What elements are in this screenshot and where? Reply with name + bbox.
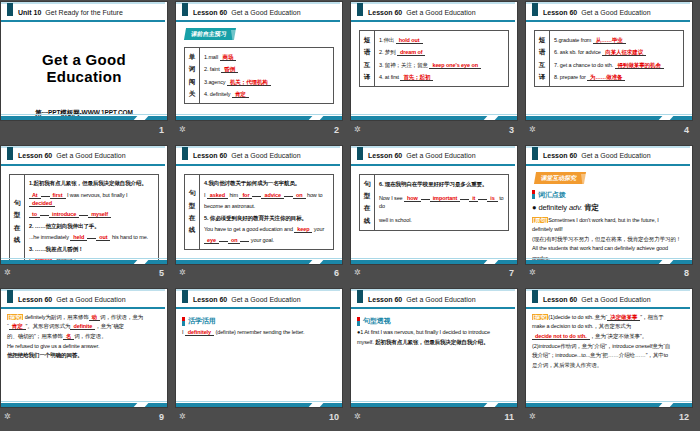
slide-thumbnail[interactable]: Lesson 60 Get a Good Education 课堂互动探究词汇点… [526,146,692,264]
text-segment: ...he immediately [29,234,70,240]
slide-title: Get a Good Education [7,51,161,85]
text-line: [探究](1)decide to do sth. 意为“决定做某事”，相当于 [532,314,686,322]
header-tab-icon [182,3,188,16]
slide-footer: ✲ 12 [526,407,692,425]
slide-thumbnail[interactable]: Lesson 60 Get a Good Education 活学活用I def… [176,289,342,407]
lesson-label: Unit 10 [18,9,41,16]
table-row: You have to get a good education and kee… [204,225,329,233]
slide-footer: ✲ 3 [351,120,517,138]
text-line: I definitely (definite) remember sending… [182,329,336,337]
slide-body: 句 型 在 线4.我向他讨教关于如何成为一名宇航员。I asked him fo… [176,166,342,251]
text-segment: his hand to me. [110,234,148,240]
slide-thumbnail[interactable]: Lesson 60 Get a Good Education 短 语 互 译5.… [526,2,692,120]
lesson-label: Lesson 60 [543,152,577,159]
slide-header: Lesson 60 Get a Good Education [1,146,165,166]
table-row: Now I see howimportantitis to do [379,194,504,211]
text-line: ● definitely adv. 肯定 [532,203,686,214]
fill-in-table: 单 词 闯 关1.mall 商场2. faint 昏倒3.agency 机关；代… [184,47,334,104]
fill-in-answer: out [96,234,110,241]
fill-in-answer: 商场 [220,54,237,61]
slide-cell: Lesson 60 Get a Good Education 句 型 在 线6.… [350,144,525,288]
slide-cell: Lesson 60 Get a Good Education 句型透视●1 At… [350,287,525,431]
text-segment: your [312,226,324,232]
animation-star-icon: ✲ [179,413,186,421]
section-heading-label: 词汇点拨 [538,190,566,200]
text-segment: 肯定 [582,203,599,212]
fill-in-answer: decide not to do sth. [532,333,590,340]
slide-cell: Lesson 60 Get a Good Education 短 语 互 译1.… [350,0,525,144]
slide-bottom-bar [351,260,517,264]
slide-thumbnail[interactable]: Lesson 60 Get a Good Education [探究](1)de… [526,289,692,407]
fill-in-answer: on [293,192,306,199]
text-segment: 起初我有点儿紧张，但最后我决定做自我介绍。 [375,339,488,345]
slide-body: 课前自主预习单 词 闯 关1.mall 商场2. faint 昏倒3.agenc… [176,22,342,104]
slide-header: Lesson 60 Get a Good Education [351,289,515,309]
fill-in-answer: important [430,195,460,202]
table-row: eyeon your goal. [204,236,329,244]
text-segment: 我介绍”；introduce...to...意为“把……介绍给……”，其中to [532,352,668,358]
lesson-label: Lesson 60 [18,296,52,303]
section-heading: 句型透视 [357,316,511,326]
slide-thumbnail[interactable]: Lesson 60 Get a Good Education 句型透视●1 At… [351,289,517,407]
text-segment: [原句] [532,217,548,223]
slide-footer: ✲ 7 [351,264,517,282]
slide-body: [探究](1)decide to do sth. 意为“决定做某事”，相当于ma… [526,309,692,369]
fill-in-answer: 得到做某事的机会 [615,62,664,69]
slide-bottom-bar [176,260,342,264]
slide-header-title: Get a Good Education [581,152,650,159]
pencil-icon [182,317,185,326]
table-rows: 1.起初我有点儿紧张，但最后我决定做自我介绍。Atfirst I was ner… [25,175,158,264]
slide-footer: ✲ 9 [1,407,167,425]
header-tab-icon [7,147,13,160]
slide-header: Lesson 60 Get a Good Education [1,289,165,309]
text-line: [探究] definitely为副词，用来修饰动词，作状语，意为 [7,314,161,322]
slide-header: Lesson 60 Get a Good Education [176,2,340,22]
text-segment: adv. [569,203,582,212]
text-segment: 1.mall [204,54,220,60]
slide-number: 1 [159,125,164,135]
lesson-label: Lesson 60 [368,152,402,159]
slide-body: Get a Good Education第一PPT模板网-WWW.1PPT.CO… [1,22,167,118]
slide-header-title: Get a Good Education [231,9,300,16]
text-segment: 3. ……我差点儿昏倒！ [29,246,83,252]
slide-thumbnail[interactable]: Lesson 60 Get a Good Education 句 型 在 线4.… [176,146,342,264]
text-segment: ，意为“确定 [95,323,124,329]
animation-star-icon: ✲ [529,413,536,421]
slide-thumbnail[interactable]: Lesson 60 Get a Good Education [探究] defi… [1,289,167,407]
fill-in-answer: 为……做准备 [587,74,625,81]
slide-body: 活学活用I definitely (definite) remember sen… [176,309,342,337]
slide-header: Lesson 60 Get a Good Education [176,289,340,309]
table-side-label: 短 语 互 译 [535,31,550,86]
animation-star-icon: ✲ [354,126,361,134]
table-row: 2. ……他立刻向我伸出了手。 [29,222,154,230]
slide-thumbnail[interactable]: Lesson 60 Get a Good Education 短 语 互 译1.… [351,2,517,120]
slide-footer: ✲ 11 [351,407,517,425]
fill-in-answer: for [239,192,252,199]
section-heading-label: 句型透视 [363,316,391,326]
fill-in-answer: dream of [397,49,425,56]
table-row: 5.graduate from 从……毕业 [554,36,679,44]
slide-cell: Lesson 60 Get a Good Education [探究](1)de… [525,287,700,431]
text-segment [421,194,430,200]
slide-thumbnail[interactable]: Unit 10 Get Ready for the Future Get a G… [1,2,167,120]
header-tab-icon [182,290,188,303]
text-segment: 词，作定语。 [74,333,106,339]
text-segment [87,233,96,239]
fill-in-answer: 从……毕业 [593,37,626,44]
pencil-icon [357,317,360,326]
text-segment: (1)decide to do sth. 意为“ [548,314,607,320]
header-tab-icon [182,147,188,160]
slide-header: Lesson 60 Get a Good Education [526,289,690,309]
text-segment: [探究] [532,314,548,320]
table-row: 7. get a chance to do sth. 得到做某事的机会 [554,61,679,69]
slide-thumbnail[interactable]: Lesson 60 Get a Good Education 课前自主预习单 词… [176,2,342,120]
fill-in-answer: how [404,195,421,202]
slide-header: Lesson 60 Get a Good Education [526,146,690,166]
slide-number: 5 [159,268,164,278]
slide-thumbnail[interactable]: Lesson 60 Get a Good Education 句 型 在 线6.… [351,146,517,264]
slide-thumbnail[interactable]: Lesson 60 Get a Good Education 句 型 在 线1.… [1,146,167,264]
text-segment: 5.graduate from [554,37,593,43]
fill-in-table: 句 型 在 线4.我向他讨教关于如何成为一名宇航员。I asked him fo… [184,174,334,251]
fill-in-answer: 决定做某事 [607,314,640,321]
table-rows: 6. 现在我明白在学校里好好学习是多么重要。Now I see howimpor… [375,175,508,230]
